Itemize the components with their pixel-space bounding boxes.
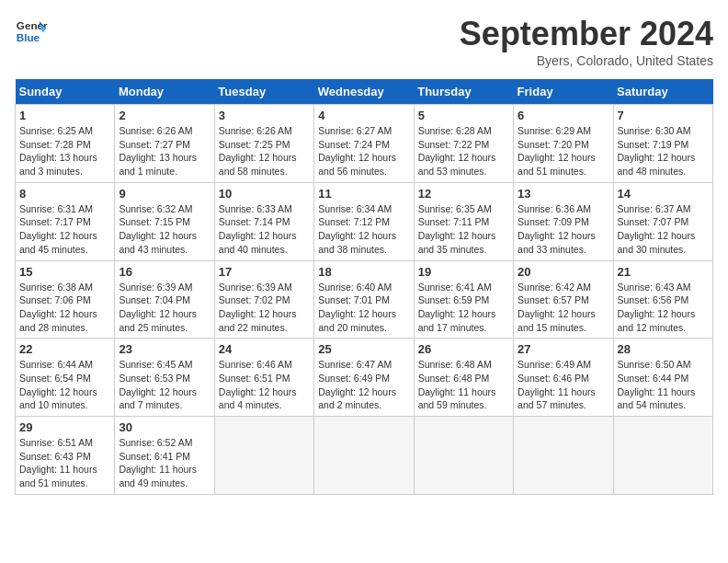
week-row-2: 8Sunrise: 6:31 AM Sunset: 7:17 PM Daylig… (16, 182, 713, 260)
day-info: Sunrise: 6:52 AM Sunset: 6:41 PM Dayligh… (119, 436, 210, 490)
day-number: 1 (19, 109, 110, 122)
day-number: 2 (119, 109, 210, 122)
day-cell: 10Sunrise: 6:33 AM Sunset: 7:14 PM Dayli… (214, 182, 313, 260)
day-info: Sunrise: 6:30 AM Sunset: 7:19 PM Dayligh… (618, 124, 709, 178)
day-cell: 21Sunrise: 6:43 AM Sunset: 6:56 PM Dayli… (613, 260, 712, 339)
day-cell: 18Sunrise: 6:40 AM Sunset: 7:01 PM Dayli… (314, 260, 414, 339)
day-number: 27 (518, 342, 609, 356)
header-cell-friday: Friday (514, 79, 613, 105)
day-cell: 1Sunrise: 6:25 AM Sunset: 7:28 PM Daylig… (16, 105, 115, 183)
day-info: Sunrise: 6:29 AM Sunset: 7:20 PM Dayligh… (518, 124, 609, 178)
day-info: Sunrise: 6:47 AM Sunset: 6:49 PM Dayligh… (318, 358, 409, 412)
day-number: 4 (318, 109, 409, 122)
day-cell: 8Sunrise: 6:31 AM Sunset: 7:17 PM Daylig… (16, 182, 115, 260)
day-cell: 29Sunrise: 6:51 AM Sunset: 6:43 PM Dayli… (16, 417, 115, 495)
day-cell: 5Sunrise: 6:28 AM Sunset: 7:22 PM Daylig… (414, 105, 513, 183)
day-number: 10 (219, 187, 310, 201)
svg-text:Blue: Blue (17, 31, 40, 43)
day-info: Sunrise: 6:28 AM Sunset: 7:22 PM Dayligh… (418, 124, 509, 178)
header-cell-monday: Monday (115, 79, 214, 105)
day-cell (514, 417, 613, 495)
day-info: Sunrise: 6:42 AM Sunset: 6:57 PM Dayligh… (518, 281, 609, 335)
calendar-table: SundayMondayTuesdayWednesdayThursdayFrid… (15, 79, 713, 495)
day-number: 11 (318, 187, 409, 201)
day-info: Sunrise: 6:34 AM Sunset: 7:12 PM Dayligh… (318, 202, 409, 257)
day-number: 29 (19, 420, 110, 434)
day-number: 26 (418, 342, 509, 356)
day-number: 5 (418, 109, 509, 122)
day-cell: 27Sunrise: 6:49 AM Sunset: 6:46 PM Dayli… (514, 339, 613, 417)
day-info: Sunrise: 6:51 AM Sunset: 6:43 PM Dayligh… (19, 436, 110, 490)
day-number: 20 (518, 265, 609, 279)
day-cell: 9Sunrise: 6:32 AM Sunset: 7:15 PM Daylig… (115, 182, 214, 260)
day-info: Sunrise: 6:48 AM Sunset: 6:48 PM Dayligh… (418, 358, 509, 412)
day-info: Sunrise: 6:27 AM Sunset: 7:24 PM Dayligh… (318, 124, 409, 178)
day-cell: 23Sunrise: 6:45 AM Sunset: 6:53 PM Dayli… (115, 339, 214, 417)
day-cell (414, 417, 513, 495)
day-info: Sunrise: 6:25 AM Sunset: 7:28 PM Dayligh… (19, 124, 110, 178)
day-info: Sunrise: 6:49 AM Sunset: 6:46 PM Dayligh… (518, 358, 609, 412)
day-cell (214, 417, 313, 495)
day-cell: 2Sunrise: 6:26 AM Sunset: 7:27 PM Daylig… (115, 105, 214, 183)
day-cell: 19Sunrise: 6:41 AM Sunset: 6:59 PM Dayli… (414, 260, 513, 339)
day-info: Sunrise: 6:46 AM Sunset: 6:51 PM Dayligh… (219, 358, 310, 412)
day-cell: 30Sunrise: 6:52 AM Sunset: 6:41 PM Dayli… (115, 417, 214, 495)
day-info: Sunrise: 6:31 AM Sunset: 7:17 PM Dayligh… (19, 202, 110, 257)
logo-icon: General Blue (15, 15, 48, 48)
day-cell: 3Sunrise: 6:26 AM Sunset: 7:25 PM Daylig… (214, 105, 313, 183)
day-number: 16 (119, 265, 210, 279)
day-cell: 17Sunrise: 6:39 AM Sunset: 7:02 PM Dayli… (214, 260, 313, 339)
day-info: Sunrise: 6:44 AM Sunset: 6:54 PM Dayligh… (19, 358, 110, 412)
day-cell: 4Sunrise: 6:27 AM Sunset: 7:24 PM Daylig… (314, 105, 414, 183)
day-cell: 6Sunrise: 6:29 AM Sunset: 7:20 PM Daylig… (514, 105, 613, 183)
day-cell: 26Sunrise: 6:48 AM Sunset: 6:48 PM Dayli… (414, 339, 513, 417)
day-cell: 14Sunrise: 6:37 AM Sunset: 7:07 PM Dayli… (613, 182, 712, 260)
day-info: Sunrise: 6:39 AM Sunset: 7:02 PM Dayligh… (219, 281, 310, 335)
day-number: 17 (219, 265, 310, 279)
day-info: Sunrise: 6:39 AM Sunset: 7:04 PM Dayligh… (119, 281, 210, 335)
day-number: 22 (19, 342, 110, 356)
week-row-1: 1Sunrise: 6:25 AM Sunset: 7:28 PM Daylig… (16, 105, 713, 183)
day-number: 23 (119, 342, 210, 356)
day-number: 9 (119, 187, 210, 201)
day-number: 13 (518, 187, 609, 201)
day-number: 12 (418, 187, 509, 201)
day-number: 3 (219, 109, 310, 122)
day-cell: 16Sunrise: 6:39 AM Sunset: 7:04 PM Dayli… (115, 260, 214, 339)
day-number: 6 (518, 109, 609, 122)
day-cell: 15Sunrise: 6:38 AM Sunset: 7:06 PM Dayli… (16, 260, 115, 339)
week-row-5: 29Sunrise: 6:51 AM Sunset: 6:43 PM Dayli… (16, 417, 713, 495)
day-number: 15 (19, 265, 110, 279)
day-info: Sunrise: 6:50 AM Sunset: 6:44 PM Dayligh… (618, 358, 709, 412)
header: General Blue September 2024 Byers, Color… (15, 15, 713, 68)
day-info: Sunrise: 6:33 AM Sunset: 7:14 PM Dayligh… (219, 202, 310, 257)
day-info: Sunrise: 6:43 AM Sunset: 6:56 PM Dayligh… (618, 281, 709, 335)
header-cell-saturday: Saturday (613, 79, 712, 105)
day-info: Sunrise: 6:26 AM Sunset: 7:25 PM Dayligh… (219, 124, 310, 178)
day-info: Sunrise: 6:38 AM Sunset: 7:06 PM Dayligh… (19, 281, 110, 335)
subtitle: Byers, Colorado, United States (460, 53, 713, 68)
day-number: 21 (618, 265, 709, 279)
header-row: SundayMondayTuesdayWednesdayThursdayFrid… (16, 79, 713, 105)
day-cell: 13Sunrise: 6:36 AM Sunset: 7:09 PM Dayli… (514, 182, 613, 260)
day-info: Sunrise: 6:37 AM Sunset: 7:07 PM Dayligh… (618, 202, 709, 257)
day-cell: 20Sunrise: 6:42 AM Sunset: 6:57 PM Dayli… (514, 260, 613, 339)
day-number: 30 (119, 420, 210, 434)
day-cell: 12Sunrise: 6:35 AM Sunset: 7:11 PM Dayli… (414, 182, 513, 260)
logo: General Blue (15, 15, 48, 48)
week-row-4: 22Sunrise: 6:44 AM Sunset: 6:54 PM Dayli… (16, 339, 713, 417)
day-info: Sunrise: 6:35 AM Sunset: 7:11 PM Dayligh… (418, 202, 509, 257)
day-number: 24 (219, 342, 310, 356)
calendar-body: 1Sunrise: 6:25 AM Sunset: 7:28 PM Daylig… (16, 105, 713, 495)
day-cell (314, 417, 414, 495)
calendar-header: SundayMondayTuesdayWednesdayThursdayFrid… (16, 79, 713, 105)
header-cell-wednesday: Wednesday (314, 79, 414, 105)
day-number: 18 (318, 265, 409, 279)
header-cell-thursday: Thursday (414, 79, 513, 105)
week-row-3: 15Sunrise: 6:38 AM Sunset: 7:06 PM Dayli… (16, 260, 713, 339)
day-number: 19 (418, 265, 509, 279)
day-cell: 28Sunrise: 6:50 AM Sunset: 6:44 PM Dayli… (613, 339, 712, 417)
day-cell: 7Sunrise: 6:30 AM Sunset: 7:19 PM Daylig… (613, 105, 712, 183)
day-info: Sunrise: 6:45 AM Sunset: 6:53 PM Dayligh… (119, 358, 210, 412)
day-number: 28 (618, 342, 709, 356)
